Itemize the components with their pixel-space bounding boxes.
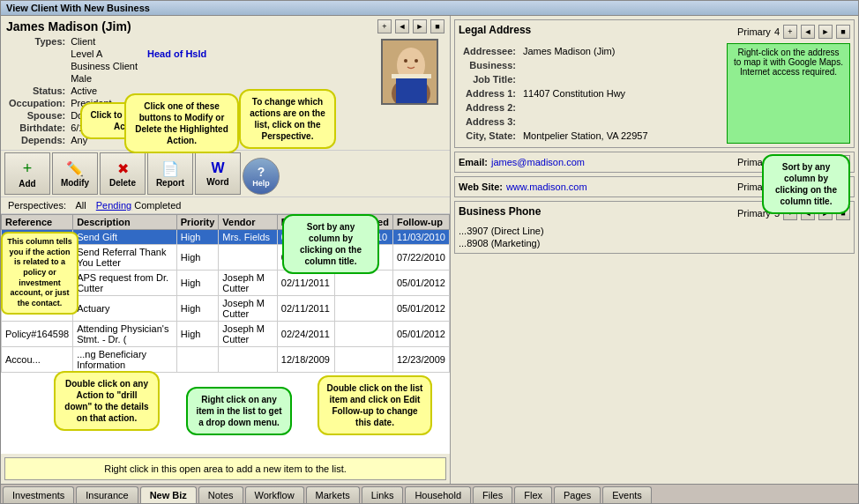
help-button[interactable]: ?Help: [243, 158, 280, 195]
tab-investments[interactable]: Investments: [3, 486, 74, 503]
left-panel: James Madison (Jim) + ◄ ► ■ Types:: [1, 16, 451, 484]
table-area: This column tells you if the action is r…: [1, 214, 450, 484]
delete-button[interactable]: ✖ Delete: [100, 152, 146, 195]
tab-new-biz[interactable]: New Biz: [140, 486, 197, 503]
tab-household[interactable]: Household: [405, 486, 471, 503]
legal-address-header: Legal Address Primary 4 + ◄ ► ■: [459, 24, 850, 40]
head-of-hsld: Head of Hsld: [147, 48, 206, 59]
biz-phone-title: Business Phone: [459, 205, 541, 218]
tooltip-follow-up: Double click on the list item and click …: [317, 375, 432, 435]
tab-workflow[interactable]: Workflow: [245, 486, 304, 503]
perspectives-bar: Perspectives: All Pending Completed: [1, 197, 450, 214]
client-nav-left[interactable]: ◄: [395, 19, 409, 33]
addr-nav-end[interactable]: ■: [836, 25, 850, 39]
website-value[interactable]: www.madison.com: [506, 182, 587, 192]
tooltip-perspective: To change which actions are on the list,…: [239, 89, 336, 149]
perspective-pending[interactable]: Pending: [96, 200, 131, 211]
citystate-value: Montpelier Station, VA 22957: [520, 130, 651, 142]
email-value[interactable]: james@madison.com: [491, 157, 585, 167]
website-label: Web Site:: [459, 182, 503, 192]
add-button[interactable]: + Add: [4, 152, 50, 195]
tooltip-sort-right: Sort by any column by clicking on the co…: [762, 154, 850, 214]
right-click-hint[interactable]: Right click in this open area to add a n…: [4, 457, 446, 480]
perspective-all[interactable]: All: [75, 200, 86, 211]
tab-markets[interactable]: Markets: [306, 486, 360, 503]
types-label: Types:: [6, 35, 68, 48]
main-window: View Client With New Business James Madi…: [0, 0, 859, 504]
dependents-label: Depends:: [6, 134, 68, 146]
svg-point-6: [415, 59, 418, 63]
tab-events[interactable]: Events: [602, 486, 652, 503]
primary-badge: Primary: [737, 26, 771, 37]
main-content: James Madison (Jim) + ◄ ► ■ Types:: [1, 16, 858, 484]
report-button[interactable]: 📄 Report: [147, 152, 193, 195]
legal-address-title: Legal Address: [459, 24, 531, 36]
addr3-value: [520, 115, 651, 128]
google-maps-note: Right-click on the address to map it wit…: [727, 43, 850, 144]
col-reference[interactable]: Reference: [2, 215, 73, 230]
status-label: Status:: [6, 85, 68, 97]
addr-nav-right[interactable]: ►: [818, 25, 833, 39]
col-description[interactable]: Description: [73, 215, 177, 230]
tab-insurance[interactable]: Insurance: [76, 486, 138, 503]
col-vendor[interactable]: Vendor: [219, 215, 278, 230]
gender: Male: [71, 73, 92, 84]
client-name: James Madison (Jim): [6, 19, 131, 33]
client-nav-end[interactable]: ■: [430, 19, 444, 33]
spouse-label: Spouse:: [6, 109, 68, 122]
type-client: Client: [68, 35, 140, 48]
bottom-tabs: InvestmentsInsuranceNew BizNotesWorkflow…: [1, 484, 858, 503]
occupation-label: Occupation:: [6, 97, 68, 109]
jobtitle-value: [520, 73, 651, 85]
modify-button[interactable]: ✏️ Modify: [52, 152, 98, 195]
birthdate-label: Birthdate:: [6, 122, 68, 134]
phone1: ...3907 (Direct Line): [459, 225, 850, 237]
email-label: Email:: [459, 157, 488, 167]
tab-files[interactable]: Files: [473, 486, 512, 503]
addressee-value: James Madison (Jim): [520, 45, 651, 57]
tooltip-sort: Sort by any column by clicking on the co…: [282, 214, 379, 274]
client-photo: [381, 39, 438, 105]
address-table: Addressee: James Madison (Jim) Business:…: [459, 43, 653, 144]
svg-rect-8: [396, 78, 427, 105]
perspectives-label: Perspectives:: [8, 200, 66, 211]
tab-notes[interactable]: Notes: [198, 486, 243, 503]
tooltip-left-col: This column tells you if the action is r…: [1, 232, 78, 315]
svg-point-5: [404, 59, 407, 63]
phone2: ...8908 (Marketing): [459, 237, 850, 249]
address-count: 4: [774, 26, 780, 37]
action-bar: + Add ✏️ Modify ✖ Delete 📄 Report: [1, 151, 450, 197]
addr2-value: [520, 101, 651, 114]
addr-nav-left[interactable]: ◄: [801, 25, 815, 39]
tooltip-modify-delete: Click one of these buttons to Modify or …: [124, 93, 239, 153]
type-level: Level A: [68, 48, 140, 60]
table-row[interactable]: Accou......ng Beneficiary Information12/…: [2, 347, 450, 373]
tooltip-right-click-list: Right click on any item in the list to g…: [186, 387, 292, 435]
type-business: Business Client: [68, 60, 140, 72]
tab-links[interactable]: Links: [362, 486, 404, 503]
tab-flex[interactable]: Flex: [514, 486, 552, 503]
client-nav-right[interactable]: ►: [413, 19, 427, 33]
business-phone-section: Business Phone Primary 5 + ◄ ► ■ Sort by…: [454, 201, 855, 254]
table-row[interactable]: Policy#164598Attending Physician's Stmt.…: [2, 322, 450, 347]
addr1-value: 11407 Constitution Hwy: [520, 87, 651, 100]
addr-nav-plus[interactable]: +: [783, 25, 797, 39]
tab-pages[interactable]: Pages: [554, 486, 601, 503]
action-bar-container: + Add ✏️ Modify ✖ Delete 📄 Report: [1, 151, 450, 197]
photo-area: [374, 35, 444, 146]
col-followup[interactable]: Follow-up: [392, 215, 449, 230]
client-nav-plus[interactable]: +: [377, 19, 392, 33]
window-title: View Client With New Business: [6, 3, 150, 13]
business-value: [520, 59, 651, 71]
tooltip-drill-down: Double click on any Action to "drill dow…: [54, 371, 160, 431]
legal-address-section: Legal Address Primary 4 + ◄ ► ■: [454, 19, 855, 148]
svg-rect-7: [392, 74, 431, 78]
right-panel: Legal Address Primary 4 + ◄ ► ■: [451, 16, 858, 484]
col-priority[interactable]: Priority: [176, 215, 219, 230]
address-content: Addressee: James Madison (Jim) Business:…: [459, 43, 850, 144]
word-button[interactable]: W Word: [195, 152, 241, 195]
perspective-completed[interactable]: Completed: [134, 200, 181, 211]
title-bar: View Client With New Business: [1, 1, 858, 16]
